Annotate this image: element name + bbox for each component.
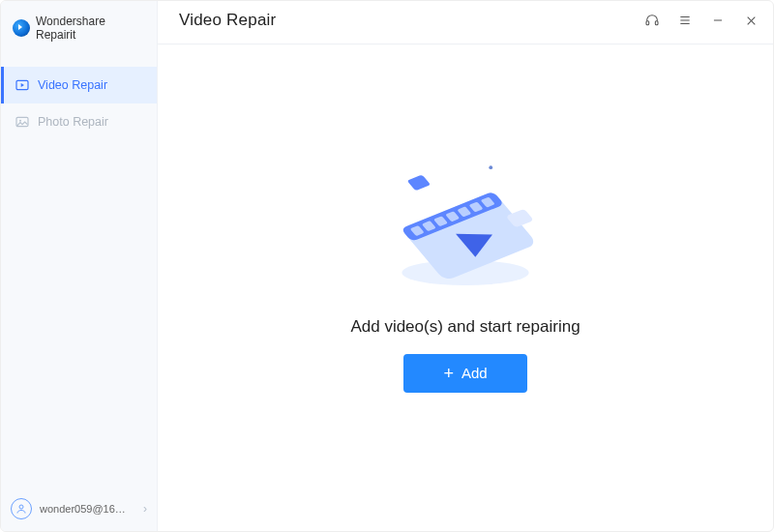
svg-point-24 [489,165,492,169]
window-controls [643,12,759,29]
user-icon [15,503,27,515]
play-icon [15,77,30,93]
username: wonder059@16… [40,503,126,515]
main: Video Repair [158,1,773,531]
app-brand: Wondershare Repairit [1,1,157,57]
sidebar-item-photo-repair[interactable]: Photo Repair [1,103,157,140]
sidebar-item-video-repair[interactable]: Video Repair [1,67,157,103]
close-button[interactable] [742,12,759,29]
svg-rect-22 [407,174,432,191]
content-area: Add video(s) and start repairing + Add [158,44,773,531]
photo-icon [15,114,30,130]
headset-icon [644,13,660,28]
sidebar-item-label: Video Repair [38,78,107,92]
svg-rect-5 [655,21,658,25]
sidebar-item-label: Photo Repair [38,115,108,129]
add-button[interactable]: + Add [403,354,527,393]
close-icon [745,15,758,27]
plus-icon: + [443,365,454,382]
app-logo-icon [13,19,30,37]
user-account-footer[interactable]: wonder059@16… › [1,487,157,531]
titlebar: Video Repair [158,1,773,40]
video-illustration [373,155,557,300]
minimize-button[interactable] [709,12,727,29]
menu-button[interactable] [676,12,694,29]
chevron-right-icon: › [143,502,147,516]
hamburger-icon [678,14,692,27]
sidebar: Wondershare Repairit Video Repair Photo … [1,1,158,531]
svg-rect-4 [646,21,649,25]
page-title: Video Repair [179,11,276,30]
sidebar-nav: Video Repair Photo Repair [1,57,157,140]
avatar [11,498,32,519]
minimize-icon [711,14,725,27]
app-name: Wondershare Repairit [36,15,145,42]
svg-point-3 [19,505,23,509]
svg-point-2 [19,120,21,122]
prompt-text: Add video(s) and start repairing [350,317,580,337]
support-button[interactable] [643,12,661,29]
add-button-label: Add [461,365,488,381]
